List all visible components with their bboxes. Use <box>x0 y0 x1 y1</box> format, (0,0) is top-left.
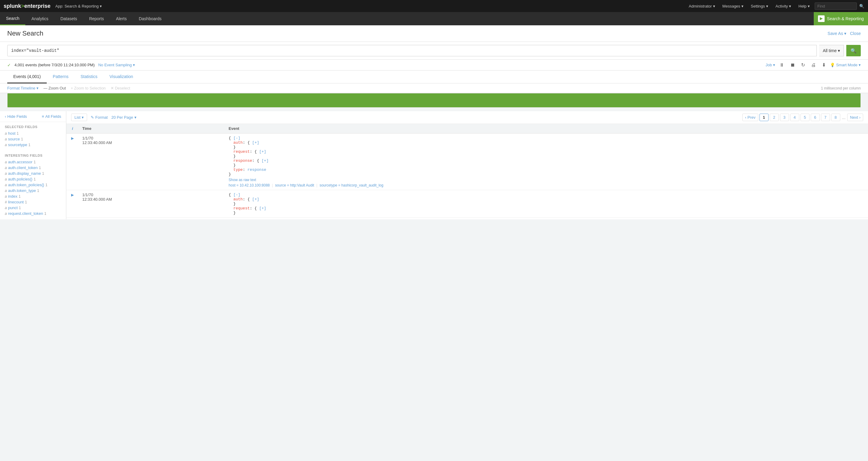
table-row: ▶ 1/1/7012:33:40.000 AM { [-] auth: { [+… <box>66 190 868 218</box>
nav-settings[interactable]: Settings ▾ <box>748 0 771 12</box>
field-auth-client-token[interactable]: a auth.client_token 1 <box>5 165 61 171</box>
page-1[interactable]: 1 <box>760 114 769 121</box>
event-meta-1: host = 10.42.10.100:8088 | source = http… <box>229 183 864 187</box>
nav-reports[interactable]: Reports <box>83 12 110 25</box>
nav-help[interactable]: Help ▾ <box>796 0 812 12</box>
page-6[interactable]: 6 <box>811 114 820 121</box>
per-page-button[interactable]: 20 Per Page ▾ <box>111 115 136 120</box>
col-time: Time <box>79 124 225 133</box>
field-auth-token-policies[interactable]: a auth.token_policies{} 1 <box>5 182 61 188</box>
next-button[interactable]: Next › <box>847 114 863 121</box>
field-auth-accessor[interactable]: a auth.accessor 1 <box>5 159 61 165</box>
expand-request-2[interactable]: [+] <box>259 206 266 211</box>
zoom-to-selection-button[interactable]: + Zoom to Selection <box>71 86 106 90</box>
collapse-bracket-2[interactable]: [-] <box>233 192 240 197</box>
expand-auth-1[interactable]: [+] <box>252 141 259 145</box>
nav-administrator[interactable]: Administrator ▾ <box>686 0 718 12</box>
interesting-fields-section: INTERESTING FIELDS a auth.accessor 1 a a… <box>0 151 66 219</box>
field-sourcetype[interactable]: a sourcetype 1 <box>5 142 61 148</box>
timeline-chart <box>7 93 861 107</box>
stop-icon[interactable]: ⏹ <box>788 62 797 68</box>
tab-statistics[interactable]: Statistics <box>74 70 103 84</box>
event-cell-2: { [-] auth: { [+] } request: { [+] } <box>225 190 868 218</box>
expand-button-1[interactable]: ▶ <box>70 135 75 141</box>
hide-fields-button[interactable]: ‹ Hide Fields <box>5 114 27 119</box>
tab-patterns[interactable]: Patterns <box>47 70 74 84</box>
status-bar: ✓ 4,001 events (before 7/3/20 11:24:10.0… <box>0 60 868 70</box>
field-request-client-token[interactable]: a request.client_token 1 <box>5 211 61 216</box>
nav-analytics[interactable]: Analytics <box>25 12 54 25</box>
list-button[interactable]: List ▾ <box>71 114 87 121</box>
search-input[interactable] <box>7 45 817 56</box>
field-auth-token-type[interactable]: a auth.token_type 1 <box>5 188 61 193</box>
close-button[interactable]: Close <box>850 31 861 36</box>
smart-mode-button[interactable]: 💡 Smart Mode ▾ <box>830 63 861 67</box>
expand-button-2[interactable]: ▶ <box>70 192 75 198</box>
page-3[interactable]: 3 <box>780 114 789 121</box>
page-header: New Search Save As ▾ Close <box>0 25 868 42</box>
collapse-bracket-1[interactable]: [-] <box>233 136 240 141</box>
meta-sourcetype-1[interactable]: sourcetype = hashicorp_vault_audit_log <box>319 183 383 187</box>
page-5[interactable]: 5 <box>801 114 809 121</box>
expand-auth-2[interactable]: [+] <box>252 197 259 202</box>
sampling-button[interactable]: No Event Sampling ▾ <box>98 63 135 67</box>
ms-label: 1 millisecond per column <box>821 86 861 90</box>
save-as-button[interactable]: Save As ▾ <box>828 31 846 36</box>
nav-activity[interactable]: Activity ▾ <box>773 0 794 12</box>
download-icon[interactable]: ⬇ <box>820 61 828 68</box>
nav-datasets[interactable]: Datasets <box>54 12 83 25</box>
table-header-row: i Time Event <box>66 124 868 133</box>
nav-search[interactable]: Search <box>0 12 25 25</box>
search-bar: All time ▾ 🔍 <box>0 42 868 60</box>
tab-visualization[interactable]: Visualization <box>103 70 139 84</box>
all-fields-button[interactable]: ≡ All Fields <box>42 114 61 119</box>
nav-dashboards[interactable]: Dashboards <box>133 12 167 25</box>
format-timeline-button[interactable]: Format Timeline ▾ <box>7 86 38 90</box>
results-area: ‹ Hide Fields ≡ All Fields SELECTED FIEL… <box>0 111 868 219</box>
search-button[interactable]: 🔍 <box>846 45 861 56</box>
status-actions: Job ▾ ⏸ ⏹ ↻ 🖨 ⬇ 💡 Smart Mode ▾ <box>766 61 861 68</box>
status-text: 4,001 events (before 7/3/20 11:24:10.000… <box>14 63 95 67</box>
expand-response-1[interactable]: [+] <box>261 158 269 163</box>
show-raw-text-1[interactable]: Show as raw text <box>229 178 864 182</box>
page-4[interactable]: 4 <box>790 114 799 121</box>
field-source[interactable]: a source 1 <box>5 136 61 142</box>
expand-request-1[interactable]: [+] <box>259 149 266 154</box>
format-button[interactable]: ✎ Format <box>91 115 107 120</box>
selected-fields-section: SELECTED FIELDS a host 1 a source 1 a so… <box>0 122 66 151</box>
print-icon[interactable]: 🖨 <box>809 62 818 68</box>
find-input[interactable] <box>815 2 857 10</box>
deselect-button[interactable]: ✕ Deselect <box>111 86 130 90</box>
meta-host-1[interactable]: host = 10.42.10.100:8088 <box>229 183 270 187</box>
timeline-green-bar <box>7 93 861 107</box>
field-auth-policies[interactable]: a auth.policies{} 1 <box>5 176 61 182</box>
pagination: ‹ Prev 1 2 3 4 5 6 7 8 ... Next › <box>742 114 863 121</box>
field-auth-display-name[interactable]: a auth.display_name 1 <box>5 171 61 176</box>
time-picker[interactable]: All time ▾ <box>819 45 844 56</box>
expand-cell-2: ▶ <box>66 190 79 218</box>
nav-messages[interactable]: Messages ▾ <box>720 0 746 12</box>
page-2[interactable]: 2 <box>770 114 779 121</box>
job-button[interactable]: Job ▾ <box>766 63 775 67</box>
page-8[interactable]: 8 <box>831 114 840 121</box>
prev-button[interactable]: ‹ Prev <box>742 114 758 121</box>
meta-source-1[interactable]: source = http:Vault Audit <box>275 183 314 187</box>
refresh-icon[interactable]: ↻ <box>799 61 807 68</box>
col-info: i <box>66 124 79 133</box>
left-panel: ‹ Hide Fields ≡ All Fields SELECTED FIEL… <box>0 111 66 219</box>
sub-nav: Search Analytics Datasets Reports Alerts… <box>0 12 868 25</box>
field-punct[interactable]: a punct 1 <box>5 205 61 211</box>
field-linecount[interactable]: # linecount 1 <box>5 199 61 205</box>
field-host[interactable]: a host 1 <box>5 130 61 136</box>
table-row: ▶ 1/1/7012:33:40.000 AM { [-] auth: { [+… <box>66 133 868 190</box>
nav-alerts[interactable]: Alerts <box>110 12 133 25</box>
field-index[interactable]: a index 1 <box>5 193 61 199</box>
zoom-out-button[interactable]: — Zoom Out <box>43 86 66 90</box>
pause-icon[interactable]: ⏸ <box>778 62 786 68</box>
app-name[interactable]: App: Search & Reporting ▾ <box>56 4 102 8</box>
expand-cell-1: ▶ <box>66 133 79 190</box>
find-button[interactable]: 🔍 <box>859 4 864 8</box>
page-7[interactable]: 7 <box>821 114 830 121</box>
sr-icon <box>818 16 825 22</box>
tab-events[interactable]: Events (4,001) <box>7 70 47 84</box>
